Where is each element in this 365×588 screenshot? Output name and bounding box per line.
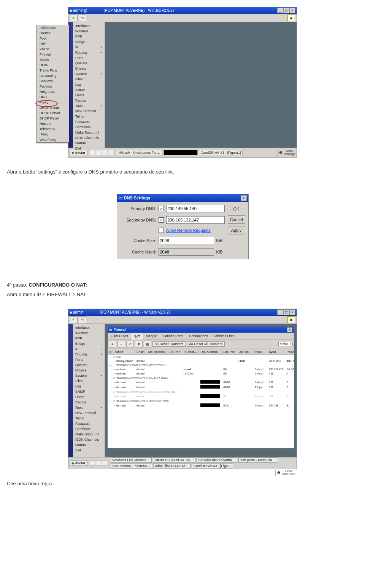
minimize-icon[interactable]: _	[277, 309, 283, 315]
sidebar-item[interactable]: Tools	[73, 405, 105, 410]
taskbar-task[interactable]: admin@200.143.12…	[153, 463, 190, 468]
primary-dns-input[interactable]	[166, 205, 225, 212]
sidebar-item[interactable]: Radius	[73, 400, 105, 405]
sidebar-item[interactable]: Make Supout.rif	[73, 130, 105, 135]
sidebar-item[interactable]: New Terminal	[73, 108, 105, 114]
tray-icon[interactable]: ❶	[277, 471, 280, 475]
sidebar-item[interactable]: Interfaces	[73, 325, 105, 330]
enable-button[interactable]: ✓	[126, 341, 134, 347]
taskbar-task[interactable]: Documento1 - Microso…	[111, 463, 152, 468]
sidebar-item[interactable]: Bridge	[73, 39, 105, 45]
table-row[interactable]: :: REDIRECIONAMENTO TELNET KING	[108, 376, 294, 380]
sidebar-item[interactable]: Users	[73, 394, 105, 400]
submenu-item[interactable]: DHCP Server	[36, 110, 69, 116]
submenu-item[interactable]: Addresses	[36, 25, 69, 30]
submenu-item[interactable]: DNS	[36, 94, 69, 100]
sidebar-item[interactable]: New Terminal	[73, 410, 105, 416]
sidebar-item[interactable]: ISDN Channels	[73, 437, 105, 442]
secondary-dns-checkbox[interactable]: ✓	[159, 217, 164, 223]
sidebar-item[interactable]: Certificate	[73, 426, 105, 432]
tab[interactable]: Mangle	[143, 333, 160, 339]
sidebar-item[interactable]: PPP	[73, 336, 105, 341]
sidebar-item[interactable]: Wireless	[73, 29, 105, 34]
tab[interactable]: Address Lists	[211, 333, 237, 339]
column-header[interactable]: Dst. Address	[199, 349, 222, 355]
sidebar-item[interactable]: Users	[73, 92, 105, 98]
submenu-item[interactable]: IPsec	[36, 132, 69, 137]
undo-button[interactable]: ↶	[70, 316, 78, 323]
view-select[interactable]: static▾	[278, 342, 293, 346]
sidebar-item[interactable]: Routing	[73, 50, 105, 55]
sidebar-item[interactable]: Password	[73, 119, 105, 124]
sidebar-item[interactable]: Telnet	[73, 114, 105, 119]
sidebar-item[interactable]: Tools	[73, 103, 105, 108]
table-row[interactable]: redirectdstnatLOCAL806 (tcp)0 B0	[108, 371, 294, 376]
column-header[interactable]: Out. Int…	[237, 349, 253, 355]
column-header[interactable]: Src. Port	[167, 349, 182, 355]
sidebar-item[interactable]: System	[73, 71, 105, 76]
table-row[interactable]: dst-natdstnat40406 (tcp)0 B0	[108, 380, 294, 385]
column-header[interactable]: Proto…	[253, 349, 267, 355]
close-icon[interactable]: ×	[241, 195, 247, 201]
taskbar-task[interactable]: Mikrotik - UnderLinux For…	[117, 150, 162, 155]
column-header[interactable]: Action	[113, 349, 135, 355]
submenu-item[interactable]: Services	[36, 78, 69, 84]
submenu-item[interactable]: Web Proxy	[36, 137, 69, 142]
maximize-icon[interactable]: □	[283, 309, 289, 315]
taskbar-task[interactable]: Servidor não encontra…	[197, 457, 238, 463]
sidebar-item[interactable]: Ports	[73, 357, 105, 362]
sidebar-item[interactable]: Password	[73, 421, 105, 426]
close-icon[interactable]: ×	[289, 8, 295, 13]
sidebar-item[interactable]: Make Supout.rif	[73, 432, 105, 437]
table-row[interactable]: :: NAT	[108, 355, 294, 359]
sidebar-item[interactable]: Files	[73, 378, 105, 384]
quicklaunch-icon[interactable]	[108, 150, 113, 155]
submenu-item[interactable]: Pool	[36, 36, 69, 41]
sidebar-item[interactable]: IP	[73, 45, 105, 50]
sidebar-item[interactable]: System	[73, 373, 105, 378]
submenu-item[interactable]: Routes	[36, 30, 69, 36]
taskbar-task[interactable]: nan porta - Pesquisa …	[238, 457, 278, 463]
table-row[interactable]: :: REDIRECIONAMENTO WEBBOX KING (81)	[108, 390, 294, 394]
undo-button[interactable]: ↶	[70, 14, 78, 21]
allow-remote-checkbox[interactable]	[159, 228, 164, 233]
table-row[interactable]: redirectdstnatwlan1806 (tcp)3314.8 KiB64…	[108, 367, 294, 371]
cancel-button[interactable]: Cancel	[228, 215, 245, 224]
tab[interactable]: NAT	[131, 333, 143, 339]
column-header[interactable]: Src. Address	[146, 349, 167, 355]
quicklaunch-icon[interactable]	[90, 150, 95, 155]
sidebar-item[interactable]: Bridge	[73, 341, 105, 346]
submenu-item[interactable]: ARP	[36, 41, 69, 46]
reset-all-counters-button[interactable]: ooReset All Counters	[187, 341, 225, 347]
sidebar-item[interactable]: IP	[73, 346, 105, 352]
table-row[interactable]: dst-natdstnat82916 (tcp)1516 B31	[108, 403, 294, 408]
tab[interactable]: Filter Rules	[108, 333, 131, 339]
redo-button[interactable]: ↷	[79, 316, 86, 323]
start-button[interactable]: ◆Iniciar	[70, 461, 87, 466]
sidebar-item[interactable]: SNMP	[73, 87, 105, 92]
close-icon[interactable]: ×	[287, 327, 292, 332]
quicklaunch-icon[interactable]	[102, 150, 107, 155]
sidebar-item[interactable]: Ports	[73, 55, 105, 61]
submenu-item[interactable]: Traffic Flow	[36, 68, 69, 73]
sidebar-item[interactable]: PPP	[73, 34, 105, 39]
primary-dns-checkbox[interactable]: ✓	[159, 206, 164, 211]
sidebar-item[interactable]: Queues	[73, 362, 105, 368]
sidebar-item[interactable]: Routing	[73, 352, 105, 357]
redo-button[interactable]: ↷	[79, 14, 86, 21]
column-header[interactable]: Packets	[285, 349, 294, 355]
sidebar-item[interactable]: Manual	[73, 442, 105, 448]
sidebar-item[interactable]: Queues	[73, 61, 105, 66]
secondary-dns-input[interactable]	[166, 216, 225, 224]
table-row[interactable]: :: REDIRECIONAMENTO WINBOX KING	[108, 399, 294, 403]
submenu-item[interactable]: UPnP	[36, 62, 69, 68]
close-icon[interactable]: ×	[289, 309, 295, 315]
taskbar-task[interactable]: SIMPLES MANUAL PA…	[153, 457, 195, 463]
sidebar-item[interactable]: Exit	[73, 448, 105, 453]
taskbar-task[interactable]: Windows Live Messen…	[111, 457, 152, 463]
remove-button[interactable]: −	[117, 341, 125, 347]
sidebar-item[interactable]: Manual	[73, 140, 105, 146]
submenu-item[interactable]: Proxy	[36, 100, 69, 105]
column-header[interactable]: Chain	[135, 349, 146, 355]
tab[interactable]: Service Ports	[160, 333, 186, 339]
